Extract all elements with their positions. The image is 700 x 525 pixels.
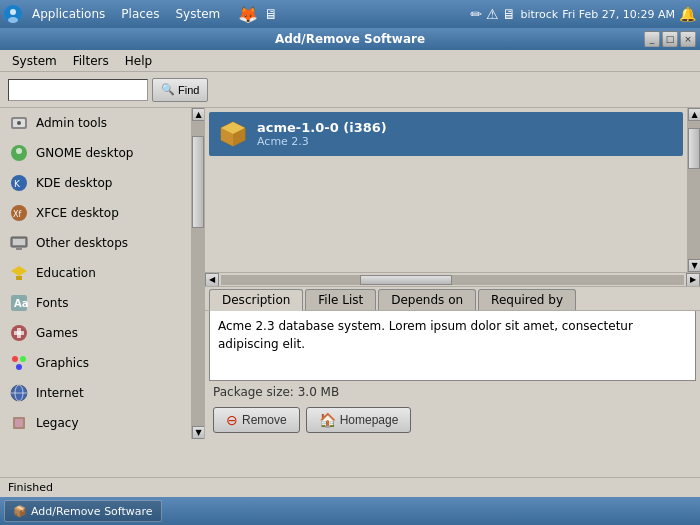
vscroll-down[interactable]: ▼ bbox=[192, 426, 205, 439]
tab-file-list[interactable]: File List bbox=[305, 289, 376, 310]
taskbar-system[interactable]: System bbox=[167, 5, 228, 23]
taskbar-right: ✏️ ⚠️ 🖥 bitrock Fri Feb 27, 10:29 AM 🔔 bbox=[470, 6, 696, 22]
taskbar-display-icon: 🖥 bbox=[502, 6, 516, 22]
detail-panel: Description File List Depends on Require… bbox=[205, 286, 700, 439]
taskbar-edit-icon: ✏️ bbox=[470, 6, 482, 22]
taskbar-logo bbox=[4, 5, 22, 23]
tabs-bar: Description File List Depends on Require… bbox=[205, 287, 700, 311]
svg-point-2 bbox=[8, 17, 18, 23]
sidebar-label-education: Education bbox=[36, 266, 96, 280]
statusbar: Finished bbox=[0, 477, 700, 497]
tab-depends-on[interactable]: Depends on bbox=[378, 289, 476, 310]
svg-point-7 bbox=[16, 148, 22, 154]
sidebar-label-gnome: GNOME desktop bbox=[36, 146, 133, 160]
vscroll-up[interactable]: ▲ bbox=[192, 108, 205, 121]
remove-button[interactable]: ⊖ Remove bbox=[213, 407, 300, 433]
hscroll-thumb[interactable] bbox=[360, 275, 453, 285]
right-vscroll-down[interactable]: ▼ bbox=[688, 259, 700, 272]
vscroll-thumb[interactable] bbox=[192, 136, 204, 228]
search-icon: 🔍 bbox=[161, 83, 175, 96]
sidebar-item-legacy[interactable]: Legacy bbox=[0, 408, 191, 438]
find-button[interactable]: 🔍 Find bbox=[152, 78, 208, 102]
menu-system[interactable]: System bbox=[4, 52, 65, 70]
svg-text:Xf: Xf bbox=[13, 210, 21, 219]
sidebar-item-gnome-desktop[interactable]: GNOME desktop bbox=[0, 138, 191, 168]
package-box-icon bbox=[217, 118, 249, 150]
svg-text:Aa: Aa bbox=[14, 298, 29, 309]
search-input[interactable] bbox=[8, 79, 148, 101]
firefox-icon[interactable]: 🦊 bbox=[238, 4, 258, 24]
other-desktops-icon bbox=[8, 232, 30, 254]
hscroll-left[interactable]: ◀ bbox=[205, 273, 219, 287]
sidebar-item-fonts[interactable]: Aa Fonts bbox=[0, 288, 191, 318]
right-vscroll-track[interactable] bbox=[688, 121, 700, 259]
svg-point-5 bbox=[17, 121, 21, 125]
minimize-button[interactable]: _ bbox=[644, 31, 660, 47]
svg-marker-15 bbox=[11, 266, 27, 276]
kde-icon: K bbox=[8, 172, 30, 194]
svg-rect-21 bbox=[14, 331, 24, 335]
homepage-button[interactable]: 🏠 Homepage bbox=[306, 407, 412, 433]
remove-label: Remove bbox=[242, 413, 287, 427]
menu-help[interactable]: Help bbox=[117, 52, 160, 70]
menu-filters[interactable]: Filters bbox=[65, 52, 117, 70]
sidebar-item-localization[interactable]: 🌍 Localization bbox=[0, 438, 191, 439]
sidebar-list: Admin tools GNOME desktop K KDE desktop bbox=[0, 108, 191, 439]
sidebar: Admin tools GNOME desktop K KDE desktop bbox=[0, 108, 205, 439]
package-size-label: Package size: bbox=[213, 385, 294, 399]
menubar: System Filters Help bbox=[0, 50, 700, 72]
gnome-icon bbox=[8, 142, 30, 164]
homepage-icon: 🏠 bbox=[319, 412, 336, 428]
tab-content-description: Acme 2.3 database system. Lorem ipsum do… bbox=[209, 311, 696, 381]
hscroll-right[interactable]: ▶ bbox=[686, 273, 700, 287]
maximize-button[interactable]: □ bbox=[662, 31, 678, 47]
sidebar-label-fonts: Fonts bbox=[36, 296, 68, 310]
sidebar-item-other-desktops[interactable]: Other desktops bbox=[0, 228, 191, 258]
network-icon[interactable]: 🖥 bbox=[261, 4, 281, 24]
tab-description[interactable]: Description bbox=[209, 289, 303, 311]
taskbar-window-item[interactable]: 📦 Add/Remove Software bbox=[4, 500, 162, 522]
remove-icon: ⊖ bbox=[226, 412, 238, 428]
sidebar-label-legacy: Legacy bbox=[36, 416, 79, 430]
sidebar-vscroll[interactable]: ▲ ▼ bbox=[191, 108, 204, 439]
taskbar-warn-icon: ⚠️ bbox=[486, 6, 499, 22]
graphics-icon bbox=[8, 352, 30, 374]
content-area: Admin tools GNOME desktop K KDE desktop bbox=[0, 108, 700, 439]
action-bar: ⊖ Remove 🏠 Homepage bbox=[205, 403, 700, 439]
close-button[interactable]: × bbox=[680, 31, 696, 47]
right-vscroll[interactable]: ▲ ▼ bbox=[687, 108, 700, 272]
window-controls: _ □ × bbox=[644, 31, 696, 47]
hscroll[interactable]: ◀ ▶ bbox=[205, 272, 700, 286]
sidebar-item-internet[interactable]: Internet bbox=[0, 378, 191, 408]
fonts-icon: Aa bbox=[8, 292, 30, 314]
package-size: Package size: 3.0 MB bbox=[205, 381, 700, 403]
sidebar-label-admin-tools: Admin tools bbox=[36, 116, 107, 130]
right-vscroll-up[interactable]: ▲ bbox=[688, 108, 700, 121]
taskbar-window-icon: 📦 bbox=[13, 505, 27, 518]
homepage-label: Homepage bbox=[340, 413, 399, 427]
admin-tools-icon bbox=[8, 112, 30, 134]
sidebar-item-admin-tools[interactable]: Admin tools bbox=[0, 108, 191, 138]
sidebar-item-graphics[interactable]: Graphics bbox=[0, 348, 191, 378]
education-icon bbox=[8, 262, 30, 284]
taskbar-bottom: 📦 Add/Remove Software bbox=[0, 497, 700, 525]
sidebar-item-xfce-desktop[interactable]: Xf XFCE desktop bbox=[0, 198, 191, 228]
sidebar-item-games[interactable]: Games bbox=[0, 318, 191, 348]
svg-rect-29 bbox=[15, 419, 23, 427]
sidebar-item-kde-desktop[interactable]: K KDE desktop bbox=[0, 168, 191, 198]
taskbar-applications[interactable]: Applications bbox=[24, 5, 113, 23]
hscroll-track[interactable] bbox=[221, 275, 684, 285]
package-subtitle: Acme 2.3 bbox=[257, 135, 387, 148]
taskbar-power-icon: 🔔 bbox=[679, 6, 696, 22]
package-item[interactable]: acme-1.0-0 (i386) Acme 2.3 bbox=[209, 112, 683, 156]
svg-point-1 bbox=[10, 9, 16, 15]
sidebar-item-education[interactable]: Education bbox=[0, 258, 191, 288]
vscroll-track[interactable] bbox=[192, 121, 204, 426]
right-vscroll-thumb[interactable] bbox=[688, 128, 700, 169]
taskbar-places[interactable]: Places bbox=[113, 5, 167, 23]
svg-rect-13 bbox=[13, 239, 25, 245]
tab-required-by[interactable]: Required by bbox=[478, 289, 576, 310]
taskbar-menu: Applications Places System bbox=[24, 5, 228, 23]
svg-point-24 bbox=[16, 364, 22, 370]
sidebar-label-internet: Internet bbox=[36, 386, 84, 400]
